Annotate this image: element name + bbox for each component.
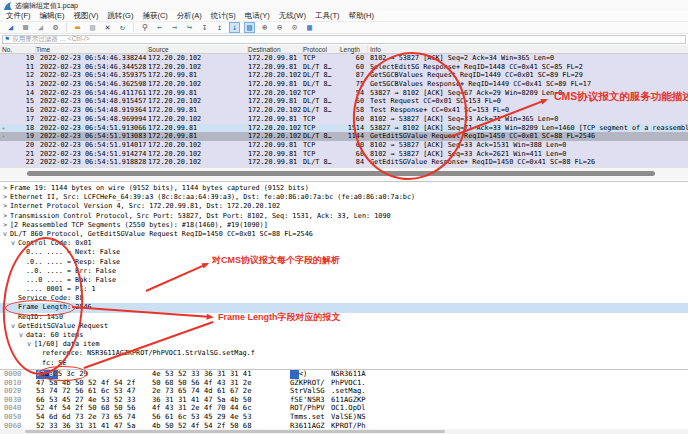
detail-line[interactable]: .0.. .... = Resp: False <box>0 258 688 267</box>
menu-item[interactable]: 视图(V) <box>74 11 99 21</box>
go-back-icon[interactable]: ← <box>154 22 165 33</box>
colorize-packets-icon[interactable]: ▤ <box>244 22 255 33</box>
resize-columns-icon[interactable]: ▦ <box>304 22 315 33</box>
detail-text: [1/60] data item <box>34 340 99 348</box>
detail-line[interactable]: fc: SE <box>0 359 688 368</box>
packet-row[interactable]: 112022-02-23 06:54:46.344528172.20.20.10… <box>0 63 688 72</box>
expand-arrow-icon[interactable]: v <box>11 322 18 331</box>
start-capture-icon[interactable]: ◢ <box>5 22 16 33</box>
menu-item[interactable]: 跳转(G) <box>108 11 134 21</box>
packet-row[interactable]: 162022-02-23 06:54:48.919364172.20.99.81… <box>0 106 688 115</box>
expand-arrow-icon[interactable]: > <box>3 193 10 202</box>
close-file-icon[interactable]: ✕ <box>102 22 113 33</box>
packet-cell-proto: DL/T 8… <box>303 80 332 89</box>
packet-cell-len: 60 <box>340 63 364 72</box>
detail-line[interactable]: >Transmission Control Protocol, Src Port… <box>0 212 688 221</box>
packet-list: 102022-02-23 06:54:46.338244172.20.20.10… <box>0 54 688 167</box>
packet-cell-proto: TCP <box>303 115 315 124</box>
detail-line[interactable]: .... 0001 = PI: 1 <box>0 285 688 294</box>
menu-item[interactable]: 帮助(H) <box>349 11 374 21</box>
detail-line[interactable]: ..0. .... = Err: False <box>0 267 688 276</box>
expand-arrow-icon[interactable]: v <box>27 340 34 349</box>
detail-line[interactable]: 0... .... = Next: False <box>0 248 688 257</box>
menu-item[interactable]: 电话(Y) <box>245 11 270 21</box>
detail-line[interactable]: vControl Code: 0x01 <box>0 239 688 248</box>
packet-row[interactable]: 212022-02-23 06:54:51.914274172.20.20.10… <box>0 150 688 159</box>
capture-options-icon[interactable]: ⚙ <box>50 22 61 33</box>
packet-cell-len: 84 <box>340 158 364 167</box>
auto-scroll-icon[interactable]: ↓ <box>229 22 240 33</box>
packet-cell-dst: 172.20.99.81 <box>248 115 297 124</box>
detail-line[interactable]: Service Code: 88 <box>0 294 688 303</box>
packet-row[interactable]: 172022-02-23 06:54:48.969994172.20.20.10… <box>0 115 688 124</box>
packet-row[interactable]: 142022-02-23 06:54:46.411761172.20.99.81… <box>0 89 688 98</box>
packet-row[interactable]: 152022-02-23 06:54:48.915457172.20.20.10… <box>0 97 688 106</box>
menu-item[interactable]: 无线(W) <box>279 11 306 21</box>
packet-bytes-pane: 000001 58 f2 09 aa 05 3c 294e 53 52 33 3… <box>0 369 688 430</box>
bytes-hscrollbar-thumb[interactable] <box>25 430 445 433</box>
expand-arrow-icon[interactable]: > <box>3 212 10 221</box>
menu-item[interactable]: 分析(A) <box>177 11 202 21</box>
zoom-in-icon[interactable]: ⊕ <box>259 22 270 33</box>
packet-row[interactable]: +182022-02-23 06:54:51.913066172.20.99.8… <box>0 124 688 133</box>
packet-row[interactable]: 202022-02-23 06:54:51.914017172.20.20.10… <box>0 141 688 150</box>
expand-arrow-icon[interactable]: v <box>3 230 10 239</box>
expand-arrow-icon[interactable]: v <box>19 331 26 340</box>
detail-line[interactable]: vGetEditSGValue Request <box>0 322 688 331</box>
detail-line[interactable]: >Frame 19: 1144 bytes on wire (9152 bits… <box>0 184 688 193</box>
expand-arrow-icon[interactable]: > <box>3 202 10 211</box>
packet-cell-src: 172.20.20.102 <box>148 141 201 150</box>
packet-row[interactable]: 102022-02-23 06:54:46.338244172.20.20.10… <box>0 54 688 63</box>
stop-capture-icon[interactable]: ■ <box>20 22 31 33</box>
menu-item[interactable]: 统计(S) <box>211 11 236 21</box>
col-time[interactable]: Time <box>36 46 148 53</box>
col-info[interactable]: Info <box>370 46 682 53</box>
packet-row[interactable]: •192022-02-23 06:54:51.913083172.20.99.8… <box>0 132 688 141</box>
detail-line[interactable]: >Ethernet II, Src: LCFCHeFe_64:39:a3 (8c… <box>0 193 688 202</box>
display-filter-input[interactable]: ⚑ 应用显示过滤器 … <Ctrl-/> <box>2 35 686 44</box>
restart-capture-icon[interactable]: ◢ <box>35 22 46 33</box>
detail-line[interactable]: vdata: 60 items <box>0 331 688 340</box>
menu-item[interactable]: 工具(T) <box>315 11 340 21</box>
detail-line[interactable]: >[2 Reassembled TCP Segments (2550 bytes… <box>0 221 688 230</box>
packet-cell-src: 172.20.20.102 <box>148 63 201 72</box>
packet-row[interactable]: 222022-02-23 06:54:51.918828172.20.20.10… <box>0 158 688 167</box>
zoom-out-icon[interactable]: ⊖ <box>274 22 285 33</box>
menu-item[interactable]: 编辑(E) <box>40 11 65 21</box>
go-forward-icon[interactable]: → <box>169 22 180 33</box>
zoom-original-icon[interactable]: ⊙ <box>289 22 300 33</box>
save-file-icon[interactable]: ▤ <box>87 22 98 33</box>
filter-bookmark-icon[interactable]: ⚑ <box>5 36 9 43</box>
detail-line[interactable]: >Internet Protocol Version 4, Src: 172.2… <box>0 202 688 211</box>
expand-arrow-icon[interactable]: > <box>3 184 10 193</box>
packet-row[interactable]: 122022-02-23 06:54:46.359375172.20.99.81… <box>0 71 688 80</box>
detail-line[interactable]: vDL/T 860 Protocol, GetEditSGValue Reque… <box>0 230 688 239</box>
packet-cell-proto: TCP <box>303 150 315 159</box>
detail-text: ...0 .... = Bak: False <box>26 276 116 284</box>
col-protocol[interactable]: Protocol <box>303 46 340 53</box>
detail-line[interactable]: Frame Length: 2546 <box>0 303 688 312</box>
expand-arrow-icon[interactable]: > <box>3 221 10 230</box>
col-no[interactable]: No. <box>2 46 36 53</box>
col-source[interactable]: Source <box>148 46 248 53</box>
go-to-packet-icon[interactable]: ↪ <box>184 22 195 33</box>
go-first-packet-icon[interactable]: ↥ <box>214 22 225 33</box>
packet-row[interactable]: 132022-02-23 06:54:46.362598172.20.20.10… <box>0 80 688 89</box>
expand-arrow-icon[interactable]: v <box>11 239 18 248</box>
packet-cell-no: 15 <box>12 97 34 106</box>
go-last-packet-icon[interactable]: ↧ <box>199 22 210 33</box>
menu-item[interactable]: 文件(F) <box>6 11 31 21</box>
detail-line[interactable]: ReqID: 1450 <box>0 313 688 322</box>
col-destination[interactable]: Destination <box>248 46 303 53</box>
find-packet-icon[interactable]: ⚲ <box>139 22 150 33</box>
detail-text: data: 60 items <box>26 331 83 339</box>
detail-line[interactable]: reference: NSR3611AGZKPROT/PhPVOC1.StrVa… <box>0 349 688 358</box>
packet-cell-dst: 172.20.99.81 <box>248 80 297 89</box>
col-length[interactable]: Length <box>340 46 368 53</box>
reload-file-icon[interactable]: ↻ <box>117 22 128 33</box>
menu-item[interactable]: 捕获(C) <box>142 11 167 21</box>
detail-line[interactable]: ...0 .... = Bak: False <box>0 276 688 285</box>
hscrollbar-thumb[interactable] <box>27 171 655 176</box>
open-file-icon[interactable]: ▬ <box>72 22 83 33</box>
detail-line[interactable]: v[1/60] data item <box>0 340 688 349</box>
